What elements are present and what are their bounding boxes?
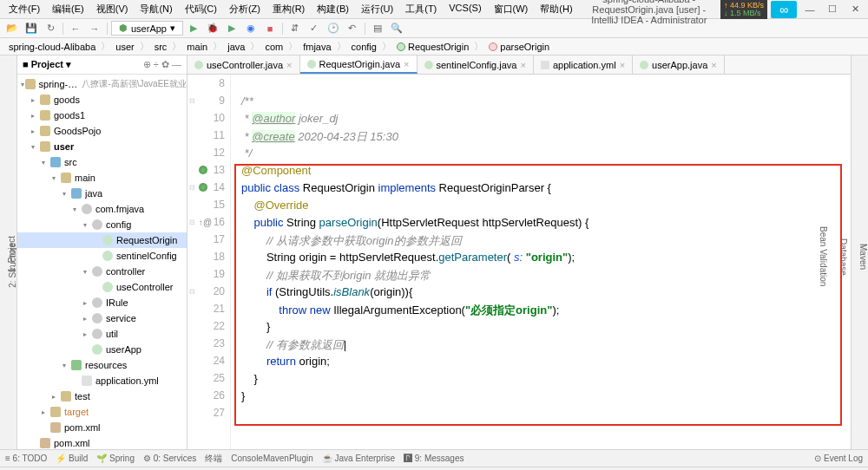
tool-window-tab[interactable]: 🅿 9: Messages <box>404 454 464 463</box>
breadcrumb-item[interactable]: config <box>348 42 380 52</box>
tree-item[interactable]: ▸test <box>17 388 187 404</box>
code-line[interactable]: // 如果获取不到origin 就抛出异常 <box>231 268 851 285</box>
breadcrumb-item[interactable]: src <box>151 42 171 52</box>
run-icon[interactable]: ▶ <box>185 21 202 36</box>
run-gutter-icon[interactable] <box>199 183 207 192</box>
breadcrumb-item[interactable]: java <box>224 42 248 52</box>
gutter-line[interactable]: 14⊟ <box>187 181 230 199</box>
gutter-line[interactable]: 21 <box>187 303 230 320</box>
breadcrumb-item[interactable]: user <box>112 42 137 52</box>
commit-icon[interactable]: ✓ <box>306 21 323 36</box>
tree-item[interactable]: pom.xml <box>17 435 187 449</box>
menu-item[interactable]: 构建(B) <box>312 1 354 17</box>
code-line[interactable]: } <box>231 372 851 389</box>
tree-item[interactable]: ▾controller <box>17 264 187 279</box>
save-icon[interactable]: 💾 <box>23 21 40 36</box>
code-line[interactable]: return origin; <box>231 355 851 372</box>
close-tab-icon[interactable]: × <box>286 60 292 70</box>
code-line[interactable] <box>231 407 851 424</box>
gutter[interactable]: 89⊟1011121314⊟1516↑@⊟17181920⊟2122232425… <box>187 75 231 449</box>
tree-item[interactable]: ▸goods <box>17 92 187 108</box>
tree-item[interactable]: ▾config <box>17 217 187 232</box>
tool-window-tab[interactable]: ⚡ Build <box>56 454 88 463</box>
tool-window-tab[interactable]: ConsoleMavenPlugin <box>231 454 313 463</box>
tree-item[interactable]: ▸goods1 <box>17 108 187 123</box>
gutter-line[interactable]: 17 <box>187 233 230 251</box>
gutter-line[interactable]: 24 <box>187 355 230 372</box>
menu-item[interactable]: 运行(U) <box>356 1 398 17</box>
tree-item[interactable]: ▾resources <box>17 357 187 373</box>
gutter-line[interactable]: 13 <box>187 164 230 181</box>
code-line[interactable]: @Override <box>231 199 851 216</box>
sync-icon[interactable]: ↻ <box>42 21 59 36</box>
coverage-icon[interactable]: ▶ <box>223 21 240 36</box>
tree-item[interactable]: RequestOrigin <box>17 232 187 248</box>
tree-item[interactable]: ▸util <box>17 326 187 342</box>
code-line[interactable]: /** <box>231 95 851 112</box>
breadcrumb-item[interactable]: spring-cloud-Alibaba <box>5 42 99 52</box>
tool-window-tab[interactable]: ≡ 6: TODO <box>5 454 47 463</box>
minimize-button[interactable]: — <box>800 2 819 17</box>
gutter-line[interactable]: 15 <box>187 199 230 216</box>
tree-item[interactable]: ▾user <box>17 139 187 154</box>
breadcrumb-item[interactable]: RequestOrigin <box>393 42 472 52</box>
breadcrumb-item[interactable]: com <box>261 42 286 52</box>
run-config-selector[interactable]: ⬢ userApp ▾ <box>111 21 183 36</box>
fold-icon[interactable]: ⊟ <box>188 288 195 296</box>
gutter-line[interactable]: 8 <box>187 77 230 95</box>
open-icon[interactable]: 📂 <box>3 21 21 36</box>
fold-icon[interactable]: ⊟ <box>188 184 195 192</box>
gutter-line[interactable]: 22 <box>187 320 230 337</box>
menu-item[interactable]: 工具(T) <box>400 1 442 17</box>
structure-icon[interactable]: ▤ <box>369 21 386 36</box>
menu-item[interactable]: 视图(V) <box>91 1 134 17</box>
code-line[interactable]: String origin = httpServletRequest.getPa… <box>231 251 851 268</box>
gutter-line[interactable]: 11 <box>187 129 230 147</box>
right-tab[interactable]: Maven <box>858 244 868 270</box>
tree-item[interactable]: pom.xml <box>17 420 187 435</box>
code[interactable]: /** * @author joker_dj * @create 2020-04… <box>231 75 851 449</box>
back-icon[interactable]: ← <box>67 21 84 36</box>
project-tree[interactable]: ▾spring-cloud-Alibaba八撩课-高新强\JavaEE就业▸go… <box>17 75 187 449</box>
menu-item[interactable]: 导航(N) <box>135 1 177 17</box>
tree-item[interactable]: sentinelConfig <box>17 248 187 264</box>
debug-icon[interactable]: 🐞 <box>204 21 221 36</box>
gutter-line[interactable]: 18 <box>187 251 230 268</box>
menu-item[interactable]: 文件(F) <box>3 1 45 17</box>
close-tab-icon[interactable]: × <box>620 60 625 70</box>
menu-item[interactable]: 分析(Z) <box>224 1 266 17</box>
menu-item[interactable]: 代码(C) <box>180 1 222 17</box>
menu-item[interactable]: VCS(S) <box>444 1 486 17</box>
menu-item[interactable]: 窗口(W) <box>489 1 534 17</box>
tree-item[interactable]: ▾main <box>17 170 187 186</box>
editor-tab[interactable]: application.yml× <box>534 55 633 74</box>
code-line[interactable] <box>231 77 851 95</box>
tool-window-tab[interactable]: 🌱 Spring <box>96 454 135 463</box>
tree-item[interactable]: application.yml <box>17 373 187 388</box>
vcs-icon[interactable]: ⇵ <box>286 21 304 36</box>
gutter-line[interactable]: 23 <box>187 337 230 355</box>
left-tab[interactable]: 2: Structure <box>8 243 17 288</box>
tree-item[interactable]: ▾java <box>17 186 187 201</box>
tree-item[interactable]: ▸service <box>17 310 187 326</box>
tree-item[interactable]: ▸GoodsPojo <box>17 123 187 139</box>
gutter-line[interactable]: 19 <box>187 268 230 285</box>
close-button[interactable]: ✕ <box>845 2 865 17</box>
code-line[interactable]: // 有参数就返回| <box>231 337 851 355</box>
event-log-tab[interactable]: ⊙ Event Log <box>814 454 863 463</box>
fold-icon[interactable]: ⊟ <box>188 219 195 226</box>
gutter-line[interactable]: 26 <box>187 389 230 407</box>
tree-item[interactable]: ▾src <box>17 154 187 170</box>
project-header-controls[interactable]: ⊕ ÷ ✿ — <box>143 59 181 70</box>
tree-item[interactable]: ▸IRule <box>17 295 187 310</box>
menu-item[interactable]: 编辑(E) <box>47 1 89 17</box>
breadcrumb-item[interactable]: main <box>183 42 211 52</box>
gutter-line[interactable]: 12 <box>187 147 230 164</box>
maximize-button[interactable]: ☐ <box>823 2 842 17</box>
tree-item[interactable]: ▾spring-cloud-Alibaba八撩课-高新强\JavaEE就业 <box>17 76 187 92</box>
tree-item[interactable]: userApp <box>17 342 187 357</box>
breadcrumb-item[interactable]: fmjava <box>299 42 334 52</box>
code-line[interactable]: // 从请求参数中获取origin的参数并返回 <box>231 233 851 251</box>
editor-tab[interactable]: userApp.java× <box>633 55 725 74</box>
code-line[interactable]: @Component <box>231 164 851 181</box>
